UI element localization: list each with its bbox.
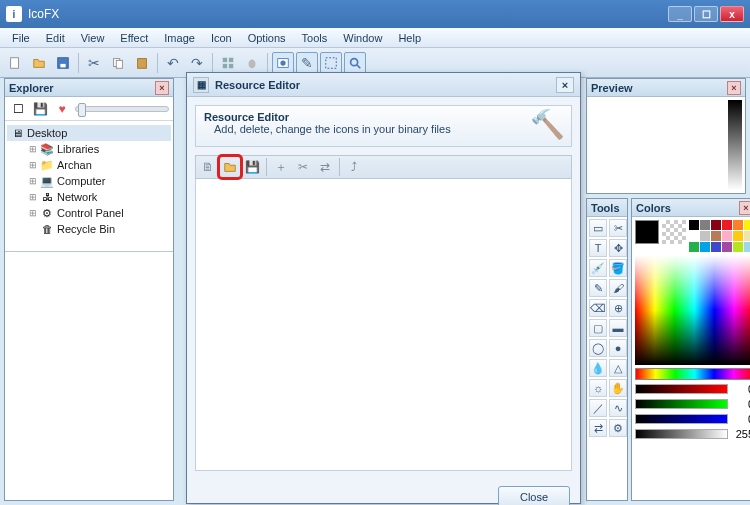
window-maximize-button[interactable]: ☐ <box>694 6 718 22</box>
preview-close-icon[interactable]: × <box>727 81 741 95</box>
palette-swatch[interactable] <box>744 242 750 252</box>
blur-icon[interactable]: 💧 <box>589 359 607 377</box>
zoom-icon[interactable] <box>344 52 366 74</box>
palette-swatch[interactable] <box>733 220 743 230</box>
gradient-preview[interactable] <box>635 368 750 380</box>
menu-view[interactable]: View <box>73 30 113 46</box>
menu-edit[interactable]: Edit <box>38 30 73 46</box>
eraser-icon[interactable]: ⌫ <box>589 299 607 317</box>
colors-close-icon[interactable]: × <box>739 201 750 215</box>
rect-fill-icon[interactable]: ▬ <box>609 319 627 337</box>
clone-icon[interactable]: ⊕ <box>609 299 627 317</box>
menu-help[interactable]: Help <box>390 30 429 46</box>
res-export-icon[interactable]: ⤴ <box>344 157 364 177</box>
palette-swatch[interactable] <box>722 231 732 241</box>
tree-row[interactable]: 🗑Recycle Bin <box>25 221 171 237</box>
dialog-listview[interactable] <box>195 179 572 471</box>
cut-icon[interactable]: ✂ <box>83 52 105 74</box>
curve-icon[interactable]: ∿ <box>609 399 627 417</box>
view-icons-icon[interactable]: ☐ <box>9 100 27 118</box>
select-rect-icon[interactable]: ▭ <box>589 219 607 237</box>
new-icon[interactable] <box>4 52 26 74</box>
res-delete-icon[interactable]: ✂ <box>293 157 313 177</box>
palette-swatch[interactable] <box>711 242 721 252</box>
palette-swatch[interactable] <box>689 231 699 241</box>
eyedropper-icon[interactable]: 💉 <box>589 259 607 277</box>
color-palette[interactable] <box>689 220 750 252</box>
bucket-icon[interactable]: 🪣 <box>609 259 627 277</box>
undo-icon[interactable]: ↶ <box>162 52 184 74</box>
palette-swatch[interactable] <box>722 220 732 230</box>
burn-icon[interactable]: ✋ <box>609 379 627 397</box>
ellipse-fill-icon[interactable]: ● <box>609 339 627 357</box>
favorite-icon[interactable]: ♥ <box>53 100 71 118</box>
dodge-icon[interactable]: ☼ <box>589 379 607 397</box>
palette-swatch[interactable] <box>711 231 721 241</box>
window-close-button[interactable]: x <box>720 6 744 22</box>
menu-window[interactable]: Window <box>335 30 390 46</box>
palette-swatch[interactable] <box>733 242 743 252</box>
menu-file[interactable]: File <box>4 30 38 46</box>
text-tool-icon[interactable]: T <box>589 239 607 257</box>
palette-swatch[interactable] <box>700 242 710 252</box>
sharpen-icon[interactable]: △ <box>609 359 627 377</box>
res-open-icon[interactable] <box>220 157 240 177</box>
selection-tool-icon[interactable] <box>320 52 342 74</box>
palette-swatch[interactable] <box>711 220 721 230</box>
color-spectrum[interactable] <box>635 255 750 365</box>
menu-tools[interactable]: Tools <box>294 30 336 46</box>
palette-swatch[interactable] <box>744 220 750 230</box>
res-add-icon[interactable]: ＋ <box>271 157 291 177</box>
alpha-slider[interactable]: 255 <box>635 428 750 440</box>
dialog-titlebar[interactable]: ▦ Resource Editor × <box>187 73 580 97</box>
res-new-icon[interactable]: 🗎 <box>198 157 218 177</box>
palette-swatch[interactable] <box>700 220 710 230</box>
palette-swatch[interactable] <box>733 231 743 241</box>
tree-row[interactable]: ⊞💻Computer <box>25 173 171 189</box>
palette-swatch[interactable] <box>722 242 732 252</box>
open-icon[interactable] <box>28 52 50 74</box>
crop-icon[interactable]: ✂ <box>609 219 627 237</box>
line-icon[interactable]: ／ <box>589 399 607 417</box>
apple-icon[interactable] <box>241 52 263 74</box>
tree-row[interactable]: ⊞📚Libraries <box>25 141 171 157</box>
dialog-close-button[interactable]: Close <box>498 486 570 505</box>
tree-row[interactable]: ⊞⚙Control Panel <box>25 205 171 221</box>
red-slider[interactable]: 0 <box>635 383 750 395</box>
copy-icon[interactable] <box>107 52 129 74</box>
menu-image[interactable]: Image <box>156 30 203 46</box>
palette-swatch[interactable] <box>689 242 699 252</box>
fg-color-swatch[interactable] <box>635 220 659 244</box>
green-slider[interactable]: 0 <box>635 398 750 410</box>
settings-icon[interactable]: ⚙ <box>609 419 627 437</box>
menu-icon[interactable]: Icon <box>203 30 240 46</box>
save-fav-icon[interactable]: 💾 <box>31 100 49 118</box>
rect-shape-icon[interactable]: ▢ <box>589 319 607 337</box>
palette-swatch[interactable] <box>689 220 699 230</box>
redo-icon[interactable]: ↷ <box>186 52 208 74</box>
palette-swatch[interactable] <box>700 231 710 241</box>
blue-slider[interactable]: 0 <box>635 413 750 425</box>
pencil-tool-icon[interactable]: ✎ <box>296 52 318 74</box>
capture-icon[interactable] <box>272 52 294 74</box>
res-replace-icon[interactable]: ⇄ <box>315 157 335 177</box>
tree-row[interactable]: ⊞📁Archan <box>25 157 171 173</box>
value-gradient[interactable] <box>728 100 742 190</box>
tree-row[interactable]: ⊞🖧Network <box>25 189 171 205</box>
window-minimize-button[interactable]: _ <box>668 6 692 22</box>
brush-icon[interactable]: 🖌 <box>609 279 627 297</box>
bg-color-swatch[interactable] <box>662 220 686 244</box>
move-tool-icon[interactable]: ✥ <box>609 239 627 257</box>
ellipse-icon[interactable]: ◯ <box>589 339 607 357</box>
windows-icon[interactable] <box>217 52 239 74</box>
pencil-icon[interactable]: ✎ <box>589 279 607 297</box>
palette-swatch[interactable] <box>744 231 750 241</box>
explorer-tree[interactable]: 🖥 Desktop ⊞📚Libraries ⊞📁Archan ⊞💻Compute… <box>5 121 173 251</box>
paste-icon[interactable] <box>131 52 153 74</box>
save-icon[interactable] <box>52 52 74 74</box>
dialog-close-icon[interactable]: × <box>556 77 574 93</box>
tree-row-desktop[interactable]: 🖥 Desktop <box>7 125 171 141</box>
res-save-icon[interactable]: 💾 <box>242 157 262 177</box>
zoom-slider[interactable] <box>75 106 169 112</box>
menu-effect[interactable]: Effect <box>112 30 156 46</box>
